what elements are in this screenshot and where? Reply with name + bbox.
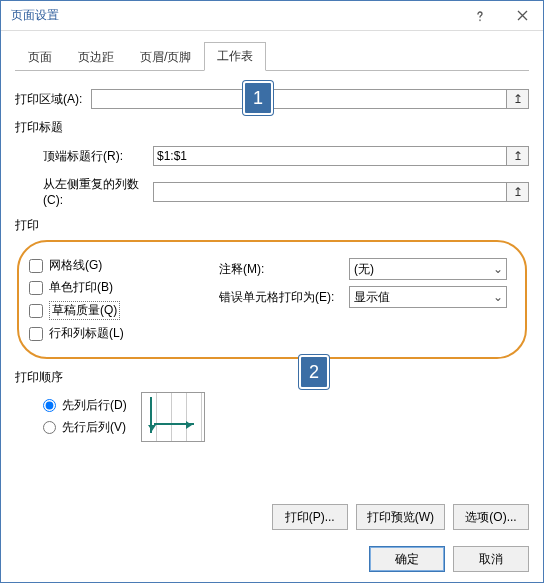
refedit-left-cols[interactable] [507,182,529,202]
input-left-cols[interactable] [153,182,507,202]
tab-row: 页面 页边距 页眉/页脚 工作表 [15,43,529,71]
select-errors-value: 显示值 [354,289,390,306]
collapse-icon [513,185,523,199]
chevron-down-icon: ⌄ [490,290,506,304]
page-order-icon [141,392,205,442]
row-left-cols: 从左侧重复的列数(C): [43,176,529,207]
row-comments: 注释(M): (无)⌄ [219,258,507,280]
tab-header-footer[interactable]: 页眉/页脚 [127,43,204,71]
label-top-rows: 顶端标题行(R): [43,148,153,165]
check-rowcol[interactable]: 行和列标题(L) [29,325,219,342]
select-errors[interactable]: 显示值⌄ [349,286,507,308]
collapse-icon [513,149,523,163]
ok-button[interactable]: 确定 [369,546,445,572]
label-over-down: 先行后列(V) [62,419,126,436]
chevron-down-icon: ⌄ [490,262,506,276]
row-top-rows: 顶端标题行(R): [43,146,529,166]
checkbox-mono[interactable] [29,281,43,295]
dialog-title: 页面设置 [1,7,459,24]
titlebar: 页面设置 [1,1,543,31]
print-options-group: 网格线(G) 单色打印(B) 草稿质量(Q) 行和列标题(L) 注释(M): (… [17,240,527,359]
label-left-cols: 从左侧重复的列数(C): [43,176,153,207]
radio-down-over-input[interactable] [43,399,56,412]
radio-down-over[interactable]: 先列后行(D) [43,397,127,414]
check-draft[interactable]: 草稿质量(Q) [29,301,219,320]
check-gridlines[interactable]: 网格线(G) [29,257,219,274]
check-mono[interactable]: 单色打印(B) [29,279,219,296]
preview-button[interactable]: 打印预览(W) [356,504,445,530]
input-top-rows[interactable] [153,146,507,166]
label-draft: 草稿质量(Q) [49,301,120,320]
annotation-1: 1 [243,81,273,115]
input-print-area[interactable] [91,89,507,109]
options-button[interactable]: 选项(O)... [453,504,529,530]
checkbox-rowcol[interactable] [29,327,43,341]
annotation-2: 2 [299,355,329,389]
tab-sheet[interactable]: 工作表 [204,42,266,71]
group-order: 打印顺序 [15,369,529,386]
help-button[interactable] [459,1,501,31]
checkbox-gridlines[interactable] [29,259,43,273]
refedit-print-area[interactable] [507,89,529,109]
group-print-titles: 打印标题 [15,119,529,136]
client-area: 页面 页边距 页眉/页脚 工作表 1 2 打印区域(A): 打印标题 顶端标题行… [1,31,543,583]
label-errors: 错误单元格打印为(E): [219,289,349,306]
label-down-over: 先列后行(D) [62,397,127,414]
refedit-top-rows[interactable] [507,146,529,166]
select-comments[interactable]: (无)⌄ [349,258,507,280]
label-print-area: 打印区域(A): [15,91,91,108]
label-gridlines: 网格线(G) [49,257,102,274]
cancel-button[interactable]: 取消 [453,546,529,572]
print-button[interactable]: 打印(P)... [272,504,348,530]
label-mono: 单色打印(B) [49,279,113,296]
group-print: 打印 [15,217,529,234]
page-setup-dialog: 页面设置 页面 页边距 页眉/页脚 工作表 1 2 打印区域(A): 打印标题 … [0,0,544,583]
radio-over-down[interactable]: 先行后列(V) [43,419,127,436]
row-errors: 错误单元格打印为(E): 显示值⌄ [219,286,507,308]
close-button[interactable] [501,1,543,31]
label-rowcol: 行和列标题(L) [49,325,124,342]
label-comments: 注释(M): [219,261,349,278]
tab-page[interactable]: 页面 [15,43,65,71]
checkbox-draft[interactable] [29,304,43,318]
collapse-icon [513,92,523,106]
select-comments-value: (无) [354,261,374,278]
radio-over-down-input[interactable] [43,421,56,434]
tab-margins[interactable]: 页边距 [65,43,127,71]
